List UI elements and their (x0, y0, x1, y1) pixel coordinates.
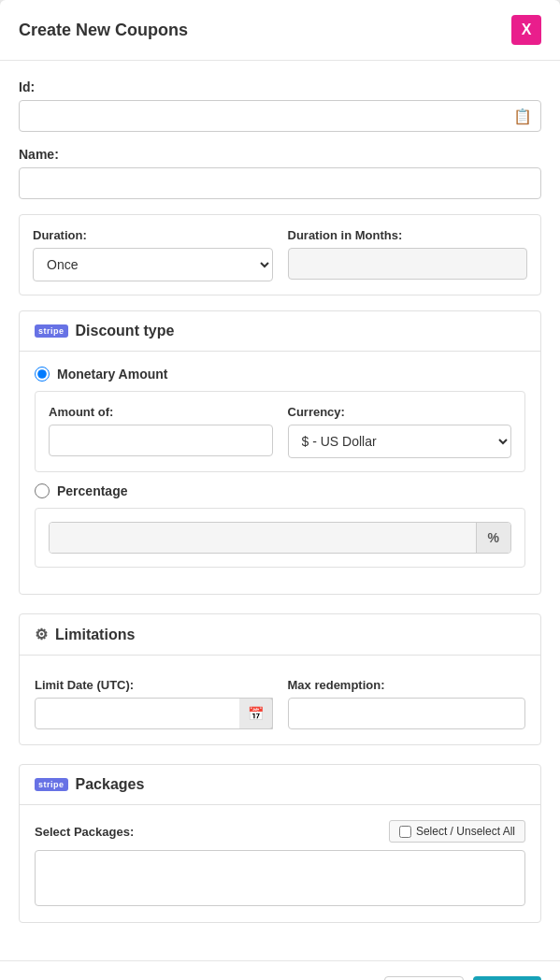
select-unselect-checkbox[interactable] (399, 826, 411, 838)
discount-type-title: Discount type (76, 323, 175, 339)
percentage-input[interactable]: 1 (50, 523, 476, 553)
stripe-logo-packages: stripe (35, 778, 68, 791)
amount-label: Amount of: (49, 405, 273, 419)
modal-header: Create New Coupons X (0, 0, 560, 61)
monetary-fields: Amount of: 0.01 Currency: $ - US Dollar … (35, 391, 525, 472)
select-unselect-label: Select / Unselect All (416, 825, 515, 838)
limitations-row: Limit Date (UTC): 📅 Max redemption: 0 (35, 678, 525, 729)
stripe-logo-discount: stripe (35, 324, 68, 338)
percentage-radio[interactable] (35, 483, 50, 498)
select-unselect-button[interactable]: Select / Unselect All (389, 820, 525, 843)
duration-col: Duration: Once Repeating Forever (33, 228, 273, 281)
save-button[interactable]: Save (473, 976, 541, 980)
discount-type-header: stripe Discount type (20, 311, 540, 352)
currency-label: Currency: (288, 405, 512, 419)
limitations-title: Limitations (55, 627, 135, 643)
currency-col: Currency: $ - US Dollar € - Euro £ - Bri… (288, 405, 512, 458)
packages-title: Packages (76, 776, 145, 793)
close-button[interactable]: X (511, 15, 541, 45)
amount-input[interactable]: 0.01 (49, 425, 273, 456)
id-label: Id: (19, 79, 541, 94)
max-redemption-col: Max redemption: 0 (288, 678, 526, 729)
discount-type-section: stripe Discount type Monetary Amount Amo… (19, 310, 541, 595)
packages-select[interactable] (35, 850, 525, 906)
modal-body: Id: 📋 Name: Duration: Once Repeating For… (0, 61, 560, 960)
modal-title: Create New Coupons (19, 21, 188, 40)
limitations-section: ⚙ Limitations Limit Date (UTC): 📅 Max re… (19, 613, 541, 745)
limit-date-input[interactable] (35, 698, 273, 729)
packages-header: stripe Packages (20, 765, 540, 805)
id-icon: 📋 (513, 108, 532, 125)
limitations-body: Limit Date (UTC): 📅 Max redemption: 0 (20, 656, 540, 744)
id-input[interactable] (19, 100, 541, 132)
discount-type-body: Monetary Amount Amount of: 0.01 Currency… (20, 352, 540, 594)
monetary-radio-group: Monetary Amount Amount of: 0.01 Currency… (35, 367, 525, 472)
modal-footer: Cancel Save (0, 960, 560, 980)
duration-months-col: Duration in Months: 1 (288, 228, 528, 281)
duration-label: Duration: (33, 228, 273, 242)
name-label: Name: (19, 147, 541, 162)
limit-date-label: Limit Date (UTC): (35, 678, 273, 692)
select-packages-label: Select Packages: (35, 825, 134, 839)
id-field-group: Id: 📋 (19, 79, 541, 132)
duration-select[interactable]: Once Repeating Forever (33, 248, 273, 281)
limit-date-col: Limit Date (UTC): 📅 (35, 678, 273, 729)
limitations-header: ⚙ Limitations (20, 614, 540, 656)
percentage-label: Percentage (57, 483, 127, 498)
monetary-two-col: Amount of: 0.01 Currency: $ - US Dollar … (49, 405, 511, 458)
date-wrapper: 📅 (35, 698, 273, 729)
calendar-icon[interactable]: 📅 (239, 698, 273, 729)
currency-select[interactable]: $ - US Dollar € - Euro £ - British Pound (288, 425, 512, 458)
max-redemption-input[interactable]: 0 (288, 698, 526, 729)
percentage-wrapper: 1 % (49, 522, 511, 554)
percentage-badge: % (476, 523, 510, 553)
monetary-radio-label[interactable]: Monetary Amount (35, 367, 525, 382)
monetary-radio[interactable] (35, 367, 50, 382)
duration-months-input[interactable]: 1 (288, 248, 528, 280)
id-input-wrapper: 📋 (19, 100, 541, 132)
name-input[interactable] (19, 167, 541, 199)
cancel-button[interactable]: Cancel (384, 976, 465, 980)
max-redemption-label: Max redemption: (288, 678, 526, 692)
create-coupon-modal: Create New Coupons X Id: 📋 Name: Duratio… (0, 0, 560, 980)
percentage-radio-label[interactable]: Percentage (35, 483, 525, 498)
percentage-radio-group: Percentage 1 % (35, 483, 525, 568)
monetary-label: Monetary Amount (57, 367, 167, 382)
duration-months-label: Duration in Months: (288, 228, 528, 242)
amount-col: Amount of: 0.01 (49, 405, 273, 458)
packages-section: stripe Packages Select Packages: Select … (19, 764, 541, 923)
select-packages-header: Select Packages: Select / Unselect All (35, 820, 525, 843)
gear-icon: ⚙ (35, 626, 48, 643)
duration-row: Duration: Once Repeating Forever Duratio… (19, 214, 541, 295)
percentage-fields: 1 % (35, 508, 525, 568)
packages-body: Select Packages: Select / Unselect All (20, 805, 540, 922)
name-field-group: Name: (19, 147, 541, 199)
